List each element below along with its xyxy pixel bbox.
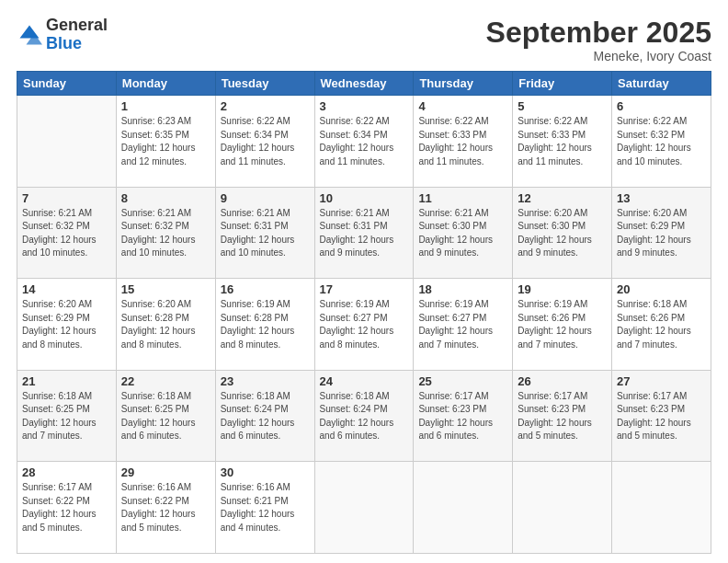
weekday-header-row: SundayMondayTuesdayWednesdayThursdayFrid… bbox=[17, 72, 711, 96]
calendar-cell: 22Sunrise: 6:18 AM Sunset: 6:25 PM Dayli… bbox=[116, 370, 215, 462]
day-info: Sunrise: 6:17 AM Sunset: 6:23 PM Dayligh… bbox=[617, 390, 706, 443]
calendar-cell: 27Sunrise: 6:17 AM Sunset: 6:23 PM Dayli… bbox=[612, 370, 711, 462]
weekday-header-friday: Friday bbox=[513, 72, 612, 96]
day-number: 5 bbox=[518, 99, 607, 113]
calendar-cell: 24Sunrise: 6:18 AM Sunset: 6:24 PM Dayli… bbox=[314, 370, 414, 462]
day-number: 23 bbox=[221, 374, 310, 388]
logo-general: General bbox=[46, 16, 108, 34]
day-number: 6 bbox=[617, 99, 706, 113]
day-number: 7 bbox=[22, 191, 111, 205]
day-number: 21 bbox=[22, 374, 111, 388]
day-number: 11 bbox=[418, 191, 507, 205]
weekday-header-tuesday: Tuesday bbox=[215, 72, 314, 96]
calendar-cell: 3Sunrise: 6:22 AM Sunset: 6:34 PM Daylig… bbox=[314, 96, 414, 188]
day-info: Sunrise: 6:19 AM Sunset: 6:27 PM Dayligh… bbox=[418, 298, 507, 351]
calendar-cell: 26Sunrise: 6:17 AM Sunset: 6:23 PM Dayli… bbox=[513, 370, 612, 462]
calendar-cell: 4Sunrise: 6:22 AM Sunset: 6:33 PM Daylig… bbox=[414, 96, 513, 188]
day-info: Sunrise: 6:16 AM Sunset: 6:22 PM Dayligh… bbox=[121, 481, 210, 534]
weekday-header-wednesday: Wednesday bbox=[314, 72, 414, 96]
weekday-header-sunday: Sunday bbox=[17, 72, 117, 96]
header: General Blue September 2025 Meneke, Ivor… bbox=[17, 17, 711, 63]
day-info: Sunrise: 6:18 AM Sunset: 6:26 PM Dayligh… bbox=[617, 298, 706, 351]
day-number: 17 bbox=[320, 282, 409, 296]
day-number: 26 bbox=[518, 374, 607, 388]
logo-blue: Blue bbox=[46, 34, 82, 52]
calendar-cell: 17Sunrise: 6:19 AM Sunset: 6:27 PM Dayli… bbox=[314, 279, 414, 371]
calendar-cell bbox=[513, 462, 612, 554]
calendar-cell: 19Sunrise: 6:19 AM Sunset: 6:26 PM Dayli… bbox=[513, 279, 612, 371]
day-number: 14 bbox=[22, 282, 111, 296]
calendar-cell: 13Sunrise: 6:20 AM Sunset: 6:29 PM Dayli… bbox=[612, 187, 711, 279]
day-number: 10 bbox=[320, 191, 409, 205]
day-number: 13 bbox=[617, 191, 706, 205]
day-info: Sunrise: 6:17 AM Sunset: 6:23 PM Dayligh… bbox=[518, 390, 607, 443]
day-info: Sunrise: 6:21 AM Sunset: 6:32 PM Dayligh… bbox=[121, 207, 210, 260]
day-info: Sunrise: 6:22 AM Sunset: 6:33 PM Dayligh… bbox=[418, 115, 507, 168]
calendar-cell: 2Sunrise: 6:22 AM Sunset: 6:34 PM Daylig… bbox=[215, 96, 314, 188]
week-row-5: 28Sunrise: 6:17 AM Sunset: 6:22 PM Dayli… bbox=[17, 462, 711, 554]
day-number: 19 bbox=[518, 282, 607, 296]
day-info: Sunrise: 6:21 AM Sunset: 6:31 PM Dayligh… bbox=[320, 207, 409, 260]
day-info: Sunrise: 6:21 AM Sunset: 6:30 PM Dayligh… bbox=[418, 207, 507, 260]
day-info: Sunrise: 6:17 AM Sunset: 6:23 PM Dayligh… bbox=[418, 390, 507, 443]
location-subtitle: Meneke, Ivory Coast bbox=[486, 49, 711, 63]
calendar-cell: 7Sunrise: 6:21 AM Sunset: 6:32 PM Daylig… bbox=[17, 187, 117, 279]
day-info: Sunrise: 6:18 AM Sunset: 6:24 PM Dayligh… bbox=[221, 390, 310, 443]
day-info: Sunrise: 6:20 AM Sunset: 6:30 PM Dayligh… bbox=[518, 207, 607, 260]
day-info: Sunrise: 6:19 AM Sunset: 6:28 PM Dayligh… bbox=[221, 298, 310, 351]
day-number: 20 bbox=[617, 282, 706, 296]
week-row-4: 21Sunrise: 6:18 AM Sunset: 6:25 PM Dayli… bbox=[17, 370, 711, 462]
calendar-cell: 12Sunrise: 6:20 AM Sunset: 6:30 PM Dayli… bbox=[513, 187, 612, 279]
month-title: September 2025 bbox=[486, 17, 711, 49]
title-block: September 2025 Meneke, Ivory Coast bbox=[486, 17, 711, 63]
day-number: 27 bbox=[617, 374, 706, 388]
week-row-2: 7Sunrise: 6:21 AM Sunset: 6:32 PM Daylig… bbox=[17, 187, 711, 279]
day-number: 1 bbox=[121, 99, 210, 113]
day-info: Sunrise: 6:23 AM Sunset: 6:35 PM Dayligh… bbox=[121, 115, 210, 168]
day-info: Sunrise: 6:17 AM Sunset: 6:22 PM Dayligh… bbox=[22, 481, 111, 534]
calendar-cell: 29Sunrise: 6:16 AM Sunset: 6:22 PM Dayli… bbox=[116, 462, 215, 554]
day-info: Sunrise: 6:16 AM Sunset: 6:21 PM Dayligh… bbox=[221, 481, 310, 534]
day-number: 8 bbox=[121, 191, 210, 205]
day-number: 4 bbox=[418, 99, 507, 113]
day-info: Sunrise: 6:19 AM Sunset: 6:26 PM Dayligh… bbox=[518, 298, 607, 351]
calendar-cell: 5Sunrise: 6:22 AM Sunset: 6:33 PM Daylig… bbox=[513, 96, 612, 188]
day-info: Sunrise: 6:18 AM Sunset: 6:25 PM Dayligh… bbox=[22, 390, 111, 443]
calendar-cell bbox=[612, 462, 711, 554]
day-number: 15 bbox=[121, 282, 210, 296]
day-number: 18 bbox=[418, 282, 507, 296]
calendar-cell: 23Sunrise: 6:18 AM Sunset: 6:24 PM Dayli… bbox=[215, 370, 314, 462]
calendar-cell: 18Sunrise: 6:19 AM Sunset: 6:27 PM Dayli… bbox=[414, 279, 513, 371]
day-number: 2 bbox=[221, 99, 310, 113]
day-info: Sunrise: 6:20 AM Sunset: 6:28 PM Dayligh… bbox=[121, 298, 210, 351]
weekday-header-thursday: Thursday bbox=[414, 72, 513, 96]
week-row-3: 14Sunrise: 6:20 AM Sunset: 6:29 PM Dayli… bbox=[17, 279, 711, 371]
calendar-cell: 14Sunrise: 6:20 AM Sunset: 6:29 PM Dayli… bbox=[17, 279, 117, 371]
day-number: 3 bbox=[320, 99, 409, 113]
logo-text: General Blue bbox=[46, 17, 108, 53]
calendar-cell: 1Sunrise: 6:23 AM Sunset: 6:35 PM Daylig… bbox=[116, 96, 215, 188]
calendar-cell: 8Sunrise: 6:21 AM Sunset: 6:32 PM Daylig… bbox=[116, 187, 215, 279]
calendar-cell: 16Sunrise: 6:19 AM Sunset: 6:28 PM Dayli… bbox=[215, 279, 314, 371]
day-number: 12 bbox=[518, 191, 607, 205]
calendar-cell: 25Sunrise: 6:17 AM Sunset: 6:23 PM Dayli… bbox=[414, 370, 513, 462]
day-number: 28 bbox=[22, 465, 111, 479]
logo-icon bbox=[17, 22, 42, 48]
day-info: Sunrise: 6:21 AM Sunset: 6:32 PM Dayligh… bbox=[22, 207, 111, 260]
calendar-cell: 30Sunrise: 6:16 AM Sunset: 6:21 PM Dayli… bbox=[215, 462, 314, 554]
day-info: Sunrise: 6:22 AM Sunset: 6:32 PM Dayligh… bbox=[617, 115, 706, 168]
day-number: 9 bbox=[221, 191, 310, 205]
day-number: 30 bbox=[221, 465, 310, 479]
day-number: 16 bbox=[221, 282, 310, 296]
day-info: Sunrise: 6:18 AM Sunset: 6:25 PM Dayligh… bbox=[121, 390, 210, 443]
calendar-cell bbox=[414, 462, 513, 554]
calendar-cell bbox=[314, 462, 414, 554]
day-info: Sunrise: 6:22 AM Sunset: 6:34 PM Dayligh… bbox=[221, 115, 310, 168]
day-number: 29 bbox=[121, 465, 210, 479]
weekday-header-monday: Monday bbox=[116, 72, 215, 96]
calendar-cell: 10Sunrise: 6:21 AM Sunset: 6:31 PM Dayli… bbox=[314, 187, 414, 279]
calendar-cell: 9Sunrise: 6:21 AM Sunset: 6:31 PM Daylig… bbox=[215, 187, 314, 279]
calendar-cell: 28Sunrise: 6:17 AM Sunset: 6:22 PM Dayli… bbox=[17, 462, 117, 554]
day-info: Sunrise: 6:20 AM Sunset: 6:29 PM Dayligh… bbox=[617, 207, 706, 260]
calendar-table: SundayMondayTuesdayWednesdayThursdayFrid… bbox=[17, 71, 711, 554]
